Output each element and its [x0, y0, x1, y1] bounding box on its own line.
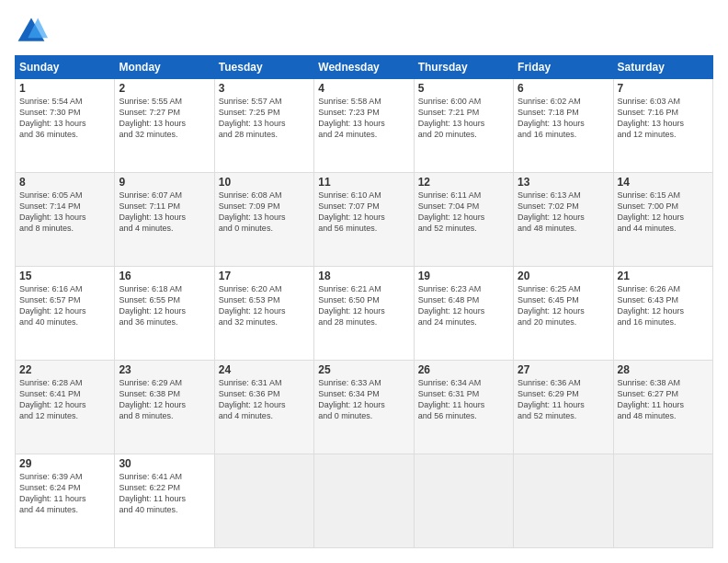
- day-info: Sunrise: 6:21 AM Sunset: 6:50 PM Dayligh…: [318, 283, 409, 328]
- day-info: Sunrise: 6:23 AM Sunset: 6:48 PM Dayligh…: [418, 283, 509, 328]
- day-info: Sunrise: 6:07 AM Sunset: 7:11 PM Dayligh…: [119, 190, 210, 235]
- day-info: Sunrise: 6:33 AM Sunset: 6:34 PM Dayligh…: [318, 377, 409, 422]
- day-info: Sunrise: 6:05 AM Sunset: 7:14 PM Dayligh…: [19, 190, 110, 235]
- calendar-cell: 11Sunrise: 6:10 AM Sunset: 7:07 PM Dayli…: [314, 173, 414, 267]
- day-number: 27: [518, 363, 609, 376]
- day-info: Sunrise: 6:25 AM Sunset: 6:45 PM Dayligh…: [518, 283, 609, 328]
- weekday-header: Wednesday: [314, 56, 414, 79]
- day-info: Sunrise: 6:41 AM Sunset: 6:22 PM Dayligh…: [119, 471, 210, 516]
- day-number: 30: [119, 457, 210, 470]
- day-number: 25: [318, 363, 409, 376]
- day-number: 26: [418, 363, 509, 376]
- day-info: Sunrise: 6:13 AM Sunset: 7:02 PM Dayligh…: [518, 190, 609, 235]
- calendar-week-row: 29Sunrise: 6:39 AM Sunset: 6:24 PM Dayli…: [16, 454, 713, 548]
- calendar-cell: [514, 454, 613, 548]
- weekday-header: Thursday: [414, 56, 513, 79]
- weekday-header: Saturday: [613, 56, 712, 79]
- calendar-week-row: 8Sunrise: 6:05 AM Sunset: 7:14 PM Daylig…: [16, 173, 713, 267]
- day-info: Sunrise: 6:34 AM Sunset: 6:31 PM Dayligh…: [418, 377, 509, 422]
- calendar-cell: 9Sunrise: 6:07 AM Sunset: 7:11 PM Daylig…: [115, 173, 214, 267]
- day-number: 1: [19, 82, 110, 95]
- day-number: 15: [19, 270, 110, 282]
- calendar-cell: 10Sunrise: 6:08 AM Sunset: 7:09 PM Dayli…: [214, 173, 313, 267]
- calendar-cell: [414, 454, 513, 548]
- day-number: 6: [518, 82, 609, 95]
- calendar-cell: 3Sunrise: 5:57 AM Sunset: 7:25 PM Daylig…: [214, 79, 313, 173]
- calendar-cell: 13Sunrise: 6:13 AM Sunset: 7:02 PM Dayli…: [514, 173, 613, 267]
- day-info: Sunrise: 6:08 AM Sunset: 7:09 PM Dayligh…: [219, 190, 310, 235]
- calendar-cell: 14Sunrise: 6:15 AM Sunset: 7:00 PM Dayli…: [613, 173, 712, 267]
- day-number: 10: [219, 176, 310, 189]
- calendar-cell: 30Sunrise: 6:41 AM Sunset: 6:22 PM Dayli…: [115, 454, 214, 548]
- logo-icon: [15, 15, 48, 48]
- calendar-week-row: 15Sunrise: 6:16 AM Sunset: 6:57 PM Dayli…: [16, 267, 713, 361]
- day-info: Sunrise: 6:11 AM Sunset: 7:04 PM Dayligh…: [418, 190, 509, 235]
- calendar-cell: 20Sunrise: 6:25 AM Sunset: 6:45 PM Dayli…: [514, 267, 613, 361]
- day-info: Sunrise: 6:28 AM Sunset: 6:41 PM Dayligh…: [19, 377, 110, 422]
- weekday-header: Sunday: [16, 56, 115, 79]
- weekday-header: Monday: [115, 56, 214, 79]
- calendar-cell: [613, 454, 712, 548]
- header: [15, 15, 713, 48]
- calendar-table: SundayMondayTuesdayWednesdayThursdayFrid…: [15, 55, 713, 548]
- day-number: 21: [618, 270, 709, 282]
- calendar-cell: 2Sunrise: 5:55 AM Sunset: 7:27 PM Daylig…: [115, 79, 214, 173]
- day-number: 8: [19, 176, 110, 189]
- calendar-cell: 16Sunrise: 6:18 AM Sunset: 6:55 PM Dayli…: [115, 267, 214, 361]
- calendar-cell: 5Sunrise: 6:00 AM Sunset: 7:21 PM Daylig…: [414, 79, 513, 173]
- weekday-header: Tuesday: [214, 56, 313, 79]
- day-number: 17: [219, 270, 310, 282]
- day-number: 12: [418, 176, 509, 189]
- calendar-cell: 6Sunrise: 6:02 AM Sunset: 7:18 PM Daylig…: [514, 79, 613, 173]
- day-number: 18: [318, 270, 409, 282]
- day-number: 9: [119, 176, 210, 189]
- day-info: Sunrise: 6:39 AM Sunset: 6:24 PM Dayligh…: [19, 471, 110, 516]
- day-info: Sunrise: 6:20 AM Sunset: 6:53 PM Dayligh…: [219, 283, 310, 328]
- calendar-cell: 4Sunrise: 5:58 AM Sunset: 7:23 PM Daylig…: [314, 79, 414, 173]
- day-info: Sunrise: 5:55 AM Sunset: 7:27 PM Dayligh…: [119, 96, 210, 141]
- day-info: Sunrise: 6:03 AM Sunset: 7:16 PM Dayligh…: [618, 96, 709, 141]
- calendar-cell: 22Sunrise: 6:28 AM Sunset: 6:41 PM Dayli…: [16, 361, 115, 454]
- page: SundayMondayTuesdayWednesdayThursdayFrid…: [0, 0, 728, 563]
- day-number: 23: [119, 363, 210, 376]
- day-info: Sunrise: 6:38 AM Sunset: 6:27 PM Dayligh…: [618, 377, 709, 422]
- calendar-cell: 24Sunrise: 6:31 AM Sunset: 6:36 PM Dayli…: [214, 361, 313, 454]
- day-info: Sunrise: 6:18 AM Sunset: 6:55 PM Dayligh…: [119, 283, 210, 328]
- weekday-header-row: SundayMondayTuesdayWednesdayThursdayFrid…: [16, 56, 713, 79]
- calendar-cell: 8Sunrise: 6:05 AM Sunset: 7:14 PM Daylig…: [16, 173, 115, 267]
- calendar-cell: 18Sunrise: 6:21 AM Sunset: 6:50 PM Dayli…: [314, 267, 414, 361]
- day-number: 13: [518, 176, 609, 189]
- calendar-cell: 21Sunrise: 6:26 AM Sunset: 6:43 PM Dayli…: [613, 267, 712, 361]
- calendar-cell: 29Sunrise: 6:39 AM Sunset: 6:24 PM Dayli…: [16, 454, 115, 548]
- day-number: 20: [518, 270, 609, 282]
- day-info: Sunrise: 6:02 AM Sunset: 7:18 PM Dayligh…: [518, 96, 609, 141]
- calendar-cell: 12Sunrise: 6:11 AM Sunset: 7:04 PM Dayli…: [414, 173, 513, 267]
- day-info: Sunrise: 5:54 AM Sunset: 7:30 PM Dayligh…: [19, 96, 110, 141]
- calendar-week-row: 1Sunrise: 5:54 AM Sunset: 7:30 PM Daylig…: [16, 79, 713, 173]
- calendar-cell: 28Sunrise: 6:38 AM Sunset: 6:27 PM Dayli…: [613, 361, 712, 454]
- day-number: 2: [119, 82, 210, 95]
- day-info: Sunrise: 6:36 AM Sunset: 6:29 PM Dayligh…: [518, 377, 609, 422]
- day-info: Sunrise: 6:10 AM Sunset: 7:07 PM Dayligh…: [318, 190, 409, 235]
- calendar-cell: 17Sunrise: 6:20 AM Sunset: 6:53 PM Dayli…: [214, 267, 313, 361]
- calendar-cell: 1Sunrise: 5:54 AM Sunset: 7:30 PM Daylig…: [16, 79, 115, 173]
- calendar-cell: 15Sunrise: 6:16 AM Sunset: 6:57 PM Dayli…: [16, 267, 115, 361]
- calendar-cell: 27Sunrise: 6:36 AM Sunset: 6:29 PM Dayli…: [514, 361, 613, 454]
- calendar-cell: [214, 454, 313, 548]
- day-info: Sunrise: 6:16 AM Sunset: 6:57 PM Dayligh…: [19, 283, 110, 328]
- calendar-week-row: 22Sunrise: 6:28 AM Sunset: 6:41 PM Dayli…: [16, 361, 713, 454]
- day-number: 14: [618, 176, 709, 189]
- day-info: Sunrise: 6:29 AM Sunset: 6:38 PM Dayligh…: [119, 377, 210, 422]
- day-info: Sunrise: 6:00 AM Sunset: 7:21 PM Dayligh…: [418, 96, 509, 141]
- day-number: 11: [318, 176, 409, 189]
- calendar-cell: 26Sunrise: 6:34 AM Sunset: 6:31 PM Dayli…: [414, 361, 513, 454]
- logo: [15, 15, 53, 48]
- day-number: 19: [418, 270, 509, 282]
- day-number: 24: [219, 363, 310, 376]
- day-info: Sunrise: 6:26 AM Sunset: 6:43 PM Dayligh…: [618, 283, 709, 328]
- day-number: 5: [418, 82, 509, 95]
- day-number: 4: [318, 82, 409, 95]
- day-number: 22: [19, 363, 110, 376]
- day-info: Sunrise: 5:58 AM Sunset: 7:23 PM Dayligh…: [318, 96, 409, 141]
- calendar-cell: 19Sunrise: 6:23 AM Sunset: 6:48 PM Dayli…: [414, 267, 513, 361]
